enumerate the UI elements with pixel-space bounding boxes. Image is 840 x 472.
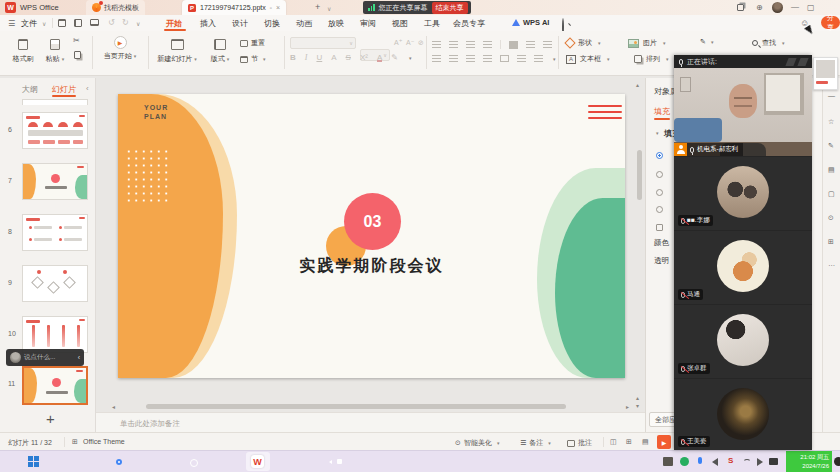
- fill-option-1-radio[interactable]: [656, 152, 663, 159]
- numbering-icon[interactable]: [449, 41, 458, 48]
- tab-document[interactable]: P 1721997947125.pptx ▫ ×: [182, 0, 286, 15]
- theme-name[interactable]: Office Theme: [83, 438, 125, 445]
- reset-button[interactable]: 重置: [240, 38, 265, 48]
- paste-button[interactable]: 粘贴▾: [42, 36, 68, 64]
- wps-home-button[interactable]: W WPS Office: [5, 2, 59, 13]
- undo-icon[interactable]: ↺: [108, 18, 115, 27]
- font-increase-icon[interactable]: A⁺: [394, 39, 402, 47]
- tray-clock[interactable]: 21:02 周五 2024/7/26: [786, 451, 832, 472]
- font-color-button[interactable]: A: [377, 53, 382, 62]
- prev-slide-icon[interactable]: ▴: [636, 394, 639, 401]
- font-name-select[interactable]: [290, 37, 356, 49]
- slide-thumbnail-7[interactable]: [22, 163, 88, 200]
- slide-thumbnail-8[interactable]: [22, 214, 88, 251]
- strikethrough-button[interactable]: S: [346, 53, 351, 62]
- fill-option-4-radio[interactable]: [656, 206, 663, 213]
- ribbon-tab-transition[interactable]: 切换: [264, 18, 280, 29]
- new-tab-button[interactable]: +: [315, 2, 320, 12]
- sogou-icon[interactable]: S: [728, 456, 733, 465]
- workspace-icon[interactable]: [737, 4, 744, 11]
- sorter-view-icon[interactable]: ⊞: [626, 438, 632, 446]
- bold-button[interactable]: B: [290, 53, 296, 62]
- strip-pen-icon[interactable]: ✎: [828, 142, 834, 150]
- text-direction-icon[interactable]: [509, 41, 518, 49]
- scroll-right-icon[interactable]: ▸: [626, 403, 629, 410]
- minimize-button[interactable]: —: [791, 2, 799, 11]
- strip-read-icon[interactable]: ▤: [828, 166, 835, 174]
- output-icon[interactable]: [74, 19, 82, 27]
- speaker-video-tile[interactable]: 机电系-郝宏利: [674, 68, 812, 156]
- ribbon-tab-design[interactable]: 设计: [232, 18, 248, 29]
- font-decrease-icon[interactable]: A⁻: [406, 39, 414, 47]
- scroll-up-icon[interactable]: ▴: [636, 81, 639, 88]
- wps-ai-button[interactable]: WPS AI: [512, 18, 549, 27]
- participant-tile-1[interactable]: ■■.李娜: [674, 156, 812, 230]
- share-button[interactable]: 分享: [821, 16, 840, 29]
- tray-mic-icon[interactable]: [698, 457, 702, 464]
- tray-speaker-icon[interactable]: [712, 458, 718, 466]
- collapse-panel-icon[interactable]: ‹: [86, 84, 89, 93]
- next-slide-icon[interactable]: ▾: [636, 402, 639, 409]
- align-right-icon[interactable]: [466, 55, 475, 62]
- slide-thumbnail-6[interactable]: [22, 112, 88, 149]
- ribbon-tab-animation[interactable]: 动画: [296, 18, 312, 29]
- fill-option-3-radio[interactable]: [656, 189, 663, 196]
- outline-tab[interactable]: 大纲: [22, 84, 38, 95]
- format-painter-button[interactable]: 格式刷: [8, 36, 38, 64]
- scroll-left-icon[interactable]: ◂: [112, 403, 115, 410]
- slide-canvas[interactable]: YOURPLAN 03 实践学期阶段会议: [118, 94, 625, 378]
- participant-tile-4[interactable]: 王美姿: [674, 378, 812, 451]
- slide-5-partial[interactable]: [22, 99, 88, 105]
- read-view-icon[interactable]: ▤: [642, 438, 649, 446]
- picture-button[interactable]: 图片▾: [628, 38, 666, 48]
- participant-tile-3[interactable]: 张卓群: [674, 304, 812, 378]
- strip-grid-icon[interactable]: ⊞: [828, 238, 834, 246]
- highlight-button[interactable]: ✎: [391, 53, 398, 62]
- edit-tool-button[interactable]: ✎▾: [700, 38, 713, 46]
- find-button[interactable]: 查找▾: [752, 38, 785, 48]
- char-spacing-icon[interactable]: [526, 41, 535, 48]
- indent-icon[interactable]: [483, 41, 492, 48]
- slideshow-play-button[interactable]: ▶: [657, 435, 671, 449]
- windows-start-icon[interactable]: [28, 456, 39, 467]
- italic-button[interactable]: I: [305, 53, 308, 62]
- ribbon-tab-view[interactable]: 视图: [392, 18, 408, 29]
- ribbon-tab-member[interactable]: 会员专享: [453, 18, 485, 29]
- ribbon-tab-insert[interactable]: 插入: [200, 18, 216, 29]
- strip-more-icon[interactable]: ⋯: [828, 262, 835, 270]
- horizontal-scrollbar[interactable]: [146, 404, 566, 409]
- align-center-icon[interactable]: [449, 55, 458, 62]
- clear-format-icon[interactable]: ⊘: [418, 39, 424, 47]
- tray-notification-icon[interactable]: [834, 457, 840, 466]
- cut-icon[interactable]: ✂: [73, 36, 80, 45]
- slides-tab[interactable]: 幻灯片: [52, 84, 76, 95]
- ribbon-tab-review[interactable]: 审阅: [360, 18, 376, 29]
- shapes-button[interactable]: 形状▾: [566, 38, 601, 48]
- strip-star-icon[interactable]: ☆: [828, 118, 834, 126]
- volume-icon[interactable]: [757, 458, 763, 466]
- slide-thumbnail-9[interactable]: [22, 265, 88, 302]
- arrange-button[interactable]: 排列▾: [634, 54, 669, 64]
- fill-tab[interactable]: 填充: [654, 106, 670, 117]
- ribbon-tab-home[interactable]: 开始: [166, 18, 182, 29]
- menu-icon[interactable]: ☰: [8, 19, 15, 28]
- char-underline-button[interactable]: A: [331, 53, 336, 62]
- tray-camera-icon[interactable]: [769, 458, 778, 465]
- meeting-chat-bar[interactable]: 说点什么... ‹: [6, 349, 84, 366]
- strip-minimize-icon[interactable]: —: [828, 92, 835, 99]
- account-avatar[interactable]: [772, 2, 783, 13]
- fill-option-checkbox[interactable]: [656, 224, 663, 231]
- close-tab-icon[interactable]: ×: [276, 4, 280, 11]
- superscript-button[interactable]: X²: [360, 53, 368, 62]
- strip-restore-icon[interactable]: ▢: [828, 190, 835, 198]
- beautify-button[interactable]: ⊙智能美化▾: [455, 438, 499, 448]
- ribbon-tab-slideshow[interactable]: 放映: [328, 18, 344, 29]
- play-from-current-button[interactable]: ▶ 当页开始▾: [98, 36, 142, 61]
- comments-button[interactable]: 批注: [567, 438, 592, 448]
- vertical-scrollbar[interactable]: [637, 150, 642, 200]
- layout-button[interactable]: 版式▾: [206, 36, 234, 64]
- distribute-icon[interactable]: [500, 55, 509, 62]
- save-icon[interactable]: [58, 19, 66, 27]
- redo-icon[interactable]: ↻: [122, 18, 129, 27]
- tab-list-caret[interactable]: ∨: [327, 5, 331, 12]
